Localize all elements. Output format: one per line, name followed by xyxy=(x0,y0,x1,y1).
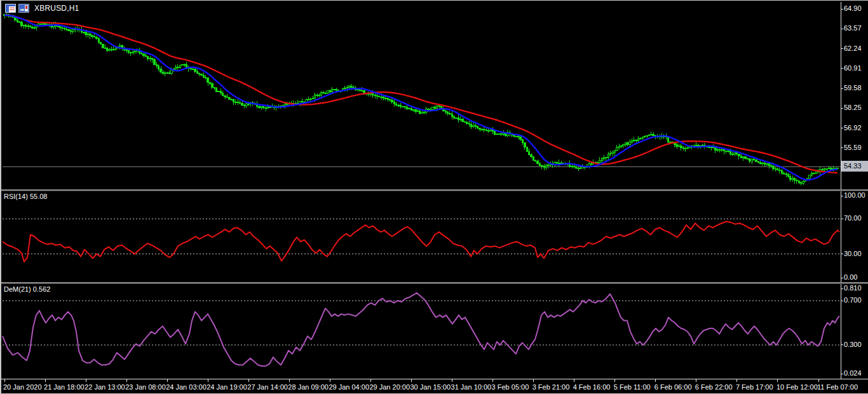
dem-indicator-label: DeM(21) 0.562 xyxy=(4,285,50,293)
price-tick-label: 56.92 xyxy=(844,124,862,132)
current-price-badge: 54.33 xyxy=(841,161,868,172)
rsi-tick-label: 0.00 xyxy=(844,273,857,281)
time-tick-label: 10 Feb 12:00 xyxy=(776,383,818,391)
mt4-chart-window: XBRUSD,H1 RSI(14) 55.08 DeM(21) 0.562 54… xyxy=(0,0,868,394)
time-tick-label: 20 Jan 2020 xyxy=(3,383,42,391)
time-tick-label: 4 Feb 16:00 xyxy=(573,383,611,391)
dem-tick-label: 0.700 xyxy=(844,296,862,304)
time-tick-label: 23 Jan 08:00 xyxy=(125,383,166,391)
table-icon xyxy=(5,4,16,13)
price-tick-label: 59.58 xyxy=(844,84,862,92)
time-tick-label: 21 Jan 18:00 xyxy=(44,383,85,391)
rsi-tick-label: 70.00 xyxy=(844,214,862,222)
chart-canvas[interactable] xyxy=(1,1,868,394)
time-tick-label: 29 Jan 20:00 xyxy=(369,383,410,391)
price-tick-label: 60.91 xyxy=(844,64,862,72)
price-tick-label: 62.24 xyxy=(844,44,862,52)
time-tick-label: 3 Feb 21:00 xyxy=(532,383,570,391)
rsi-indicator-label: RSI(14) 55.08 xyxy=(4,193,47,200)
time-tick-label: 29 Jan 04:00 xyxy=(329,383,369,391)
time-tick-label: 11 Feb 07:00 xyxy=(817,383,858,391)
rsi-tick-label: 100.00 xyxy=(844,191,865,199)
dem-tick-label: 0.300 xyxy=(844,341,862,348)
price-tick-label: 55.59 xyxy=(844,144,862,151)
chart-legend: XBRUSD,H1 xyxy=(5,4,79,13)
time-tick-label: 31 Jan 10:00 xyxy=(451,383,492,391)
symbol-period-label: XBRUSD,H1 xyxy=(34,4,79,13)
candlestick-chart-icon xyxy=(18,4,29,13)
price-tick-label: 58.25 xyxy=(844,104,862,111)
time-tick-label: 24 Jan 19:00 xyxy=(207,383,247,391)
dem-tick-label: 0.024 xyxy=(844,369,862,377)
time-tick-label: 24 Jan 03:00 xyxy=(166,383,207,391)
time-tick-label: 22 Jan 13:00 xyxy=(85,383,125,391)
rsi-tick-label: 30.00 xyxy=(844,250,862,257)
time-tick-label: 6 Feb 22:00 xyxy=(695,383,733,391)
price-tick-label: 64.90 xyxy=(844,4,862,12)
time-tick-label: 6 Feb 06:00 xyxy=(654,383,692,391)
time-tick-label: 30 Jan 15:00 xyxy=(410,383,451,391)
panel-divider-rsi[interactable] xyxy=(1,189,868,191)
panel-divider-dem[interactable] xyxy=(1,282,868,284)
dem-tick-label: 0.810 xyxy=(844,284,862,292)
time-tick-label: 27 Jan 14:00 xyxy=(247,383,288,391)
time-tick-label: 7 Feb 17:00 xyxy=(736,383,773,391)
time-tick-label: 5 Feb 11:00 xyxy=(614,383,651,391)
price-tick-label: 63.57 xyxy=(844,24,862,32)
time-tick-label: 3 Feb 05:00 xyxy=(492,383,529,391)
time-tick-label: 28 Jan 09:00 xyxy=(288,383,329,391)
